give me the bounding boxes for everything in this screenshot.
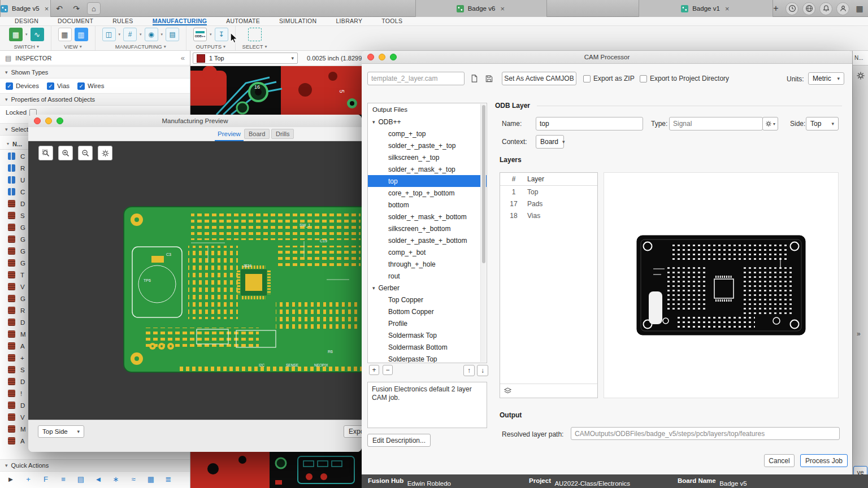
cancel-button[interactable]: Cancel [764, 454, 795, 467]
move-tool-icon[interactable]: + [23, 473, 34, 485]
select-tool-icon[interactable]: ► [5, 473, 16, 485]
assembly-tool-icon[interactable]: ◉ [145, 28, 158, 41]
rows-tool-icon[interactable]: ≣ [163, 473, 174, 485]
side-select[interactable]: Top Side [38, 425, 84, 438]
close-window-button[interactable] [34, 117, 41, 124]
ribbon-group-label[interactable]: OUTPUTS [196, 43, 225, 50]
panel-tool-icon[interactable]: ▤ [75, 473, 86, 485]
undo-icon[interactable]: ↶ [53, 2, 66, 15]
output-file-item[interactable]: silkscreen_+_bottom [368, 223, 487, 234]
type-settings-button[interactable]: ▾ [762, 117, 778, 130]
move-down-button[interactable]: ↓ [477, 365, 488, 376]
scrollbar-thumb[interactable] [482, 105, 485, 263]
properties-section[interactable]: Properties of Assorted Objects [0, 93, 190, 106]
Top[interactable]: 1 Top [500, 186, 597, 198]
preview-tool-icon[interactable]: ◫ [102, 28, 116, 41]
drill-output-icon[interactable]: ↧ [215, 28, 228, 41]
camjob-description[interactable]: Fusion Electronics default 2 layer CAM j… [367, 382, 487, 428]
output-file-item[interactable]: solder_+_mask_+_top [368, 163, 487, 175]
shown-types-section[interactable]: Shown Types [0, 66, 190, 79]
layer-display-icon[interactable]: ▥ [75, 28, 88, 41]
zoom-fit-icon[interactable] [38, 146, 53, 160]
layer-select[interactable]: 1 Top [193, 53, 298, 64]
output-file-item[interactable]: Solderpaste Top [368, 353, 487, 363]
dfm-tool-icon[interactable]: ▤ [166, 28, 179, 41]
history-icon[interactable] [785, 2, 798, 15]
units-select[interactable]: Metric [808, 72, 844, 85]
minimize-window-button[interactable] [45, 117, 52, 124]
menu-item[interactable]: DESIGN [15, 17, 38, 25]
schematic-editor-icon[interactable]: ∿ [31, 28, 44, 41]
type-filter-checkbox[interactable]: Vias [47, 82, 70, 90]
menu-item[interactable]: DOCUMENT [58, 17, 93, 25]
move-up-button[interactable]: ↑ [463, 365, 475, 376]
panelize-tool-icon[interactable]: # [123, 28, 137, 41]
output-file-item[interactable]: Soldermask Bottom [368, 341, 487, 353]
new-tab-button[interactable]: + [770, 2, 782, 15]
select-marquee-icon[interactable] [248, 28, 262, 41]
quick-actions-section[interactable]: Quick Actions [0, 459, 190, 472]
output-file-item[interactable]: comp_+_bot [368, 246, 487, 258]
export-button[interactable]: Export [344, 425, 362, 438]
home-icon[interactable]: ⌂ [87, 2, 101, 15]
output-file-item[interactable]: solder_+_paste_+_top [368, 140, 487, 151]
workspaces-grid-icon[interactable]: ▦ [853, 2, 866, 15]
tab-board[interactable]: Board [244, 129, 270, 139]
close-icon[interactable] [724, 5, 731, 13]
remove-output-button[interactable]: − [383, 365, 393, 375]
menu-item[interactable]: RULES [112, 17, 133, 25]
output-file-item[interactable]: solder_+_paste_+_bottom [368, 234, 487, 246]
output-file-item[interactable]: Profile [368, 317, 487, 329]
list-tool-icon[interactable]: ≡ [58, 473, 69, 485]
close-window-button[interactable] [367, 54, 374, 60]
output-file-item[interactable]: core_+_top_+_bottom [368, 187, 487, 199]
camjob-filename-input[interactable] [367, 72, 465, 85]
export-project-directory-checkbox[interactable]: Export to Project Directory [640, 75, 729, 82]
board-editor-icon[interactable]: ▦ [9, 28, 23, 41]
pcb-editor-canvas-bottom[interactable] [190, 452, 362, 488]
new-camjob-icon[interactable] [468, 72, 480, 85]
menu-item[interactable]: LIBRARY [336, 17, 362, 25]
collapse-panel-icon[interactable]: « [181, 54, 185, 62]
output-file-item[interactable]: Soldermask Top [368, 329, 487, 341]
user-avatar-icon[interactable] [836, 2, 849, 15]
settings-gear-icon[interactable] [856, 71, 865, 82]
zoom-window-button[interactable] [57, 117, 63, 124]
minimize-window-button[interactable] [379, 54, 385, 60]
output-file-item[interactable]: bottom [368, 199, 487, 211]
menu-item[interactable]: TOOLS [381, 17, 402, 25]
ribbon-group-label[interactable]: SWITCH [14, 43, 39, 50]
pcb-editor-canvas-top[interactable]: 16 5 [190, 66, 362, 115]
menu-item[interactable]: SIMULATION [279, 17, 316, 25]
close-icon[interactable] [499, 5, 506, 13]
ribbon-group-label[interactable]: VIEW [64, 43, 81, 50]
layer-name-input[interactable] [536, 117, 643, 130]
wave-tool-icon[interactable]: ≈ [128, 473, 139, 485]
set-active-camjob-button[interactable]: Set As Active CAMJOB [502, 72, 576, 85]
process-job-button[interactable]: Process Job [800, 454, 848, 467]
close-icon[interactable] [44, 5, 50, 13]
output-file-item[interactable]: comp_+_top [368, 128, 487, 140]
zoom-window-button[interactable] [390, 54, 397, 60]
tab-drills[interactable]: Drills [271, 129, 294, 139]
export-zip-checkbox[interactable]: Export as ZIP [583, 75, 635, 82]
output-file-item[interactable]: solder_+_mask_+_bottom [368, 211, 487, 223]
type-filter-checkbox[interactable]: Devices [6, 82, 39, 90]
preview-settings-gear-icon[interactable] [98, 146, 112, 160]
redo-icon[interactable]: ↷ [70, 2, 83, 15]
ribbon-group-label[interactable]: MANUFACTURING [115, 43, 166, 50]
cam-processor-icon[interactable]: ODB++ [193, 28, 207, 41]
web-icon[interactable] [802, 2, 815, 15]
star-tool-icon[interactable]: ∗ [110, 473, 121, 485]
zoom-in-icon[interactable] [58, 146, 73, 160]
scrollbar[interactable] [480, 104, 486, 362]
output-file-item[interactable]: rout [368, 270, 487, 282]
tab-preview[interactable]: Preview [215, 127, 244, 141]
grid-settings-icon[interactable]: ▦ [58, 28, 72, 41]
layers-icon[interactable] [504, 387, 512, 395]
document-tab[interactable]: Badge v5 [0, 0, 51, 17]
Vias[interactable]: 18 Vias [500, 210, 597, 221]
add-output-button[interactable]: + [369, 365, 379, 375]
document-tab[interactable]: Badge v1 [639, 0, 773, 17]
zoom-out-icon[interactable] [78, 146, 93, 160]
